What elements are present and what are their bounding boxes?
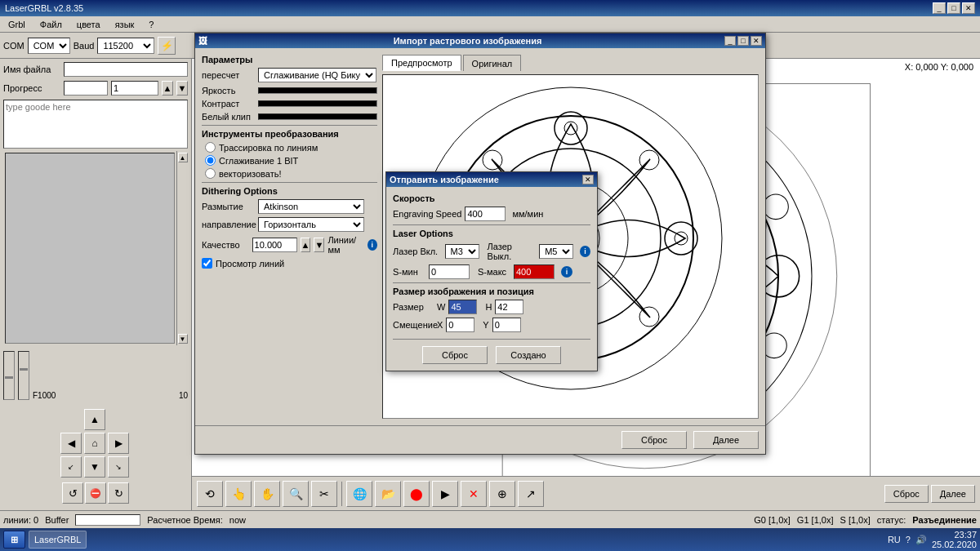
menu-language[interactable]: язык: [110, 18, 140, 31]
send-dialog-title: Отправить изображение ✕: [386, 172, 597, 187]
offset-x-prefix: X: [437, 320, 443, 330]
import-minimize-btn[interactable]: _: [724, 36, 736, 46]
com-select[interactable]: COM: [28, 38, 70, 54]
nav-down-button[interactable]: ▼: [84, 456, 105, 478]
maximize-button[interactable]: □: [947, 2, 960, 14]
nav-ccw-button[interactable]: ↺: [62, 482, 83, 504]
smooth-radio[interactable]: [205, 155, 216, 166]
send-reset-button[interactable]: Сброс: [422, 346, 488, 364]
offset-x-input[interactable]: [446, 318, 474, 332]
contrast-slider[interactable]: [258, 100, 377, 107]
laser-info-icon[interactable]: i: [580, 246, 590, 257]
time-value: now: [229, 515, 246, 525]
smooth-label: Сглаживание 1 BIT: [219, 156, 298, 166]
s-max-input[interactable]: [514, 264, 555, 279]
taskbar-app-label: LaserGRBL: [34, 535, 81, 544]
minimize-button[interactable]: _: [933, 2, 946, 14]
g0-status: G0 [1,0x]: [754, 515, 791, 525]
nav-cw-button[interactable]: ↻: [108, 482, 129, 504]
status-bar: линии: 0 Buffer Расчетное Время: now G0 …: [0, 510, 980, 528]
tab-preview[interactable]: Предпросмотр: [382, 55, 461, 71]
close-button[interactable]: ✕: [962, 2, 975, 14]
import-close-btn[interactable]: ✕: [751, 36, 762, 46]
tool-folder[interactable]: 📂: [375, 481, 401, 507]
recount-select[interactable]: Сглаживание (HQ Бикубичес...: [258, 68, 376, 82]
progress-value[interactable]: [111, 81, 158, 96]
quality-unit: Линии/мм: [327, 235, 363, 255]
dithering-label: Dithering Options: [202, 186, 377, 196]
tool-cut[interactable]: ✂: [311, 481, 337, 507]
menu-grbl[interactable]: Grbl: [3, 18, 30, 31]
quality-input[interactable]: [252, 238, 297, 252]
laser-on-select[interactable]: M3: [445, 244, 479, 259]
tool-pointer[interactable]: 👆: [225, 481, 252, 507]
nav-dr-button[interactable]: ↘: [108, 456, 129, 478]
tool-zoom[interactable]: 🔍: [283, 481, 309, 507]
import-title-icon: 🖼: [198, 36, 207, 46]
offset-label: Смещение: [393, 320, 434, 330]
time-label: Расчетное Время:: [147, 515, 223, 525]
progress-down[interactable]: ▼: [176, 81, 188, 96]
send-close-btn[interactable]: ✕: [582, 175, 594, 184]
start-button[interactable]: ⊞: [3, 531, 25, 549]
connect-button[interactable]: ⚡: [158, 37, 176, 55]
tool-stop[interactable]: ✕: [461, 481, 487, 507]
vector-radio[interactable]: [205, 168, 216, 179]
s-min-input[interactable]: [429, 264, 470, 279]
quality-label: Качество: [202, 240, 249, 250]
engraving-speed-input[interactable]: [465, 207, 506, 221]
nav-up-button[interactable]: ▲: [84, 409, 105, 430]
blur-select[interactable]: Atkinson: [258, 199, 364, 214]
tool-target[interactable]: ⊕: [489, 481, 515, 507]
preview-check[interactable]: [202, 258, 212, 269]
tool-globe[interactable]: 🌐: [346, 481, 372, 507]
send-create-button[interactable]: Создано: [496, 346, 561, 364]
white-clip-slider[interactable]: [258, 113, 377, 120]
size-w-label: Размер: [393, 302, 434, 312]
menu-colors[interactable]: цвета: [72, 18, 105, 31]
quality-info-icon[interactable]: i: [368, 239, 377, 251]
gcode-input[interactable]: [3, 100, 188, 149]
s-info-icon[interactable]: i: [561, 266, 572, 278]
laser-off-label: Лазер Выкл.: [488, 242, 537, 261]
progress-up[interactable]: ▲: [162, 81, 173, 96]
filename-input[interactable]: [64, 62, 188, 77]
tool-pan[interactable]: ✋: [254, 481, 280, 507]
import-maximize-btn[interactable]: □: [737, 36, 749, 46]
tool-reset[interactable]: ⟲: [197, 481, 223, 507]
title-bar: LaserGRBL v2.8.35 _ □ ✕: [0, 0, 980, 16]
nav-home-button[interactable]: ⌂: [84, 433, 105, 454]
scroll-down[interactable]: ▼: [178, 334, 188, 344]
direction-select[interactable]: Горизонталь: [258, 217, 364, 232]
trace-radio[interactable]: [205, 142, 216, 153]
baud-select[interactable]: 115200: [97, 38, 154, 54]
import-next-button[interactable]: Далее: [693, 431, 759, 449]
canvas-reset-button[interactable]: Сброс: [884, 485, 929, 503]
tool-red[interactable]: ⬤: [403, 481, 430, 507]
tab-original[interactable]: Оригинал: [463, 55, 522, 71]
menu-bar: Grbl Файл цвета язык ?: [0, 16, 980, 33]
menu-file[interactable]: Файл: [35, 18, 67, 31]
size-h-input[interactable]: [495, 300, 523, 314]
brightness-slider[interactable]: [258, 87, 377, 94]
import-reset-button[interactable]: Сброс: [621, 431, 687, 449]
nav-stop-button[interactable]: ⛔: [85, 482, 106, 504]
tool-laser[interactable]: ↗: [518, 481, 544, 507]
blur-label: Размытие: [202, 202, 255, 211]
canvas-next-button[interactable]: Далее: [931, 485, 975, 503]
menu-help[interactable]: ?: [144, 18, 158, 31]
size-w-input[interactable]: [448, 300, 477, 314]
quality-up[interactable]: ▲: [301, 238, 311, 252]
offset-y-input[interactable]: [492, 318, 521, 332]
scroll-up[interactable]: ▲: [178, 153, 188, 162]
import-dialog-title: 🖼 Импорт растрового изображения _ □ ✕: [195, 33, 765, 48]
engraving-speed-label: Engraving Speed: [393, 209, 461, 219]
tool-play[interactable]: ▶: [432, 481, 458, 507]
nav-dl-button[interactable]: ↙: [60, 456, 82, 478]
taskbar-app-lasergrbl[interactable]: LaserGRBL: [29, 531, 87, 549]
nav-left-button[interactable]: ◀: [60, 433, 82, 454]
laser-off-select[interactable]: M5: [539, 244, 573, 259]
nav-right-button[interactable]: ▶: [108, 433, 129, 454]
com-label: COM: [3, 41, 24, 51]
quality-down[interactable]: ▼: [314, 238, 324, 252]
